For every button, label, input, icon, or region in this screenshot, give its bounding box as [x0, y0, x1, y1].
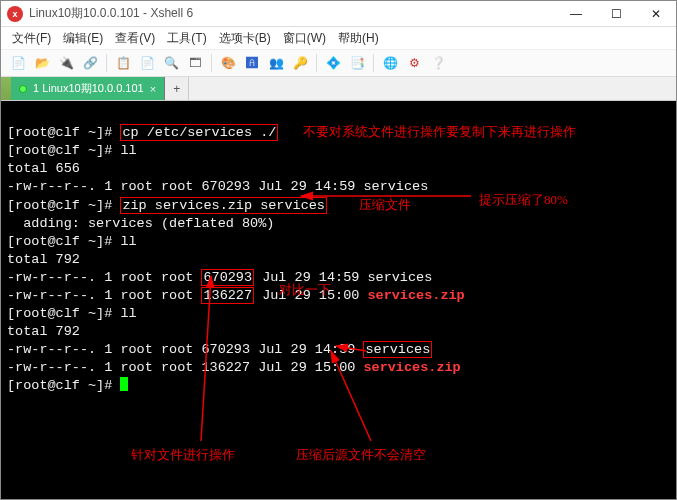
out-total2: total 792 — [7, 252, 80, 267]
toolbar: 📄 📂 🔌 🔗 📋 📄 🔍 🗔 🎨 🅰 👥 🔑 💠 📑 🌐 ⚙ ❔ — [1, 49, 676, 77]
font-icon[interactable]: 🅰 — [241, 52, 263, 74]
menu-window[interactable]: 窗口(W) — [278, 28, 331, 49]
toolbar-separator — [373, 54, 374, 72]
paste-icon[interactable]: 📄 — [136, 52, 158, 74]
anno-copy-first: 不要对系统文件进行操作要复制下来再进行操作 — [303, 124, 576, 139]
connection-led-icon — [19, 85, 27, 93]
cmd-cp: cp /etc/services ./ — [120, 124, 278, 141]
script-icon[interactable]: 📑 — [346, 52, 368, 74]
tab-label: 1 Linux10期10.0.0.101 — [33, 81, 144, 96]
prompt: [root@clf ~]# — [7, 125, 120, 140]
prompt: [root@clf ~]# — [7, 378, 120, 393]
prompt: [root@clf ~]# — [7, 306, 120, 321]
out-row: -rw-r--r--. 1 root root 670293 Jul 29 14… — [7, 341, 432, 358]
copy-icon[interactable]: 📋 — [112, 52, 134, 74]
anno-source-kept: 压缩后源文件不会清空 — [296, 446, 426, 464]
terminal[interactable]: [root@clf ~]# cp /etc/services ./ 不要对系统文… — [1, 101, 676, 499]
window-title: Linux10期10.0.0.101 - Xshell 6 — [29, 5, 556, 22]
prompt: [root@clf ~]# — [7, 234, 120, 249]
menu-edit[interactable]: 编辑(E) — [58, 28, 108, 49]
session-sidebar-handle[interactable] — [1, 77, 11, 100]
out-total3: total 792 — [7, 324, 80, 339]
maximize-button[interactable]: ☐ — [596, 1, 636, 27]
settings-icon[interactable]: ⚙ — [403, 52, 425, 74]
properties-icon[interactable]: 🗔 — [184, 52, 206, 74]
menu-file[interactable]: 文件(F) — [7, 28, 56, 49]
key-icon[interactable]: 🔑 — [289, 52, 311, 74]
out-total1: total 656 — [7, 161, 80, 176]
menu-tools[interactable]: 工具(T) — [162, 28, 211, 49]
toolbar-separator — [211, 54, 212, 72]
app-logo-icon: x — [7, 6, 23, 22]
menu-help[interactable]: 帮助(H) — [333, 28, 384, 49]
users-icon[interactable]: 👥 — [265, 52, 287, 74]
out-row: -rw-r--r--. 1 root root 670293 Jul 29 14… — [7, 269, 432, 286]
out-row: -rw-r--r--. 1 root root 136227 Jul 29 15… — [7, 287, 465, 304]
anno-zip: 压缩文件 — [359, 197, 411, 212]
toolbar-separator — [106, 54, 107, 72]
open-session-icon[interactable]: 📂 — [31, 52, 53, 74]
cmd-ll3: ll — [120, 306, 136, 321]
cmd-ll: ll — [120, 143, 136, 158]
reconnect-icon[interactable]: 🔌 — [55, 52, 77, 74]
tab-close-icon[interactable]: × — [150, 83, 156, 95]
toolbar-separator — [316, 54, 317, 72]
new-session-icon[interactable]: 📄 — [7, 52, 29, 74]
close-button[interactable]: ✕ — [636, 1, 676, 27]
menu-view[interactable]: 查看(V) — [110, 28, 160, 49]
tabbar: 1 Linux10期10.0.0.101 × + — [1, 77, 676, 101]
menubar: 文件(F) 编辑(E) 查看(V) 工具(T) 选项卡(B) 窗口(W) 帮助(… — [1, 27, 676, 49]
cursor-icon — [120, 377, 128, 391]
tunnel-icon[interactable]: 💠 — [322, 52, 344, 74]
anno-operate: 针对文件进行操作 — [131, 446, 235, 464]
minimize-button[interactable]: — — [556, 1, 596, 27]
cmd-zip: zip services.zip services — [120, 197, 327, 214]
prompt: [root@clf ~]# — [7, 143, 120, 158]
menu-tab[interactable]: 选项卡(B) — [214, 28, 276, 49]
titlebar: x Linux10期10.0.0.101 - Xshell 6 — ☐ ✕ — [1, 1, 676, 27]
prompt: [root@clf ~]# — [7, 198, 120, 213]
globe-icon[interactable]: 🌐 — [379, 52, 401, 74]
find-icon[interactable]: 🔍 — [160, 52, 182, 74]
window-buttons: — ☐ ✕ — [556, 1, 676, 27]
tab-add-button[interactable]: + — [165, 77, 189, 100]
out-zip-adding: adding: services (deflated 80%) — [7, 216, 274, 231]
disconnect-icon[interactable]: 🔗 — [79, 52, 101, 74]
out-row: -rw-r--r--. 1 root root 136227 Jul 29 15… — [7, 360, 461, 375]
cmd-ll2: ll — [120, 234, 136, 249]
session-tab-active[interactable]: 1 Linux10期10.0.0.101 × — [11, 77, 165, 100]
out-line1: -rw-r--r--. 1 root root 670293 Jul 29 14… — [7, 179, 428, 194]
help-icon[interactable]: ❔ — [427, 52, 449, 74]
color-icon[interactable]: 🎨 — [217, 52, 239, 74]
anno-deflated: 提示压缩了80% — [479, 191, 568, 209]
